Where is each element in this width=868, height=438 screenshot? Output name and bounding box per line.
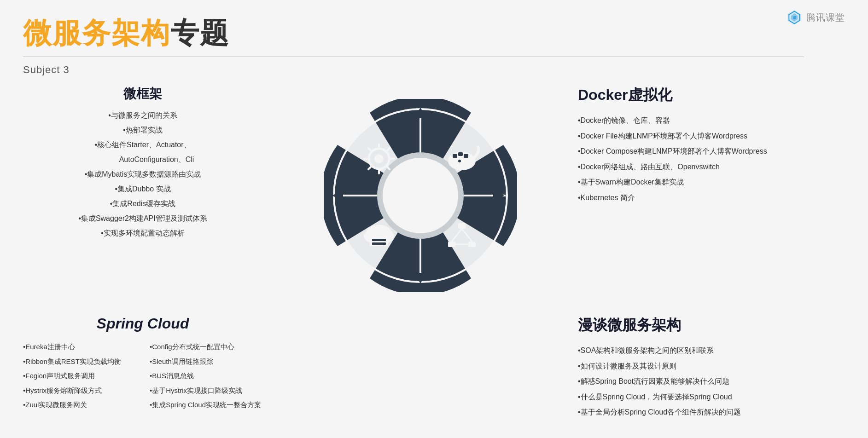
docker-item-0: •Docker的镜像、仓库、容器 [578, 113, 845, 128]
mf-item-0: •与微服务之间的关系 [23, 108, 262, 123]
sc-col1-item-2: •Fegion声明式服务调用 [23, 369, 136, 383]
casual-item-4: •基于全局分析Spring Cloud各个组件所解决的问题 [578, 404, 845, 420]
circle-diagram [324, 99, 517, 292]
docker-item-3: •Docker网络组成、路由互联、Openvswitch [578, 159, 845, 175]
mf-item-4: •集成Mybatis实现多数据源路由实战 [23, 167, 262, 182]
casual-items: •SOA架构和微服务架构之间的区别和联系 •如何设计微服务及其设计原则 •解惑S… [578, 343, 845, 420]
subtitle: Subject 3 [23, 64, 845, 76]
mf-item-2: •核心组件Starter、Actuator、 [23, 138, 262, 152]
mf-item-8: •实现多环境配置动态解析 [23, 226, 262, 241]
svg-rect-29 [458, 152, 463, 156]
casual-title: 漫谈微服务架构 [578, 315, 845, 335]
svg-text:课: 课 [793, 16, 797, 20]
sc-col2-item-0: •Config分布式统一配置中心 [150, 340, 262, 354]
page-container: 课 腾讯课堂 微服务架构 专题 Subject 3 微框架 •与微服务之间的关系… [0, 0, 868, 438]
sc-col1-item-3: •Hystrix服务熔断降级方式 [23, 383, 136, 398]
docker-title: Docker虚拟化 [578, 85, 845, 105]
svg-point-31 [458, 160, 461, 162]
spring-cloud-col1: •Eureka注册中心 •Ribbon集成REST实现负载均衡 •Fegion声… [23, 340, 136, 412]
svg-point-18 [374, 154, 384, 163]
docker-item-5: •Kubernetes 简介 [578, 190, 845, 206]
header-divider [23, 56, 804, 57]
mf-item-7: •集成Swagger2构建API管理及测试体系 [23, 211, 262, 226]
bottom-sections: Spring Cloud •Eureka注册中心 •Ribbon集成REST实现… [23, 315, 845, 420]
svg-rect-40 [468, 242, 476, 247]
sc-col2-item-2: •BUS消息总线 [150, 369, 262, 383]
mf-item-5: •集成Dubbo 实战 [23, 182, 262, 196]
casual-talk-section: 漫谈微服务架构 •SOA架构和微服务架构之间的区别和联系 •如何设计微服务及其设… [578, 315, 845, 420]
spring-cloud-title: Spring Cloud [23, 315, 262, 332]
svg-point-12 [385, 161, 455, 231]
micro-framework-items: •与微服务之间的关系 •热部署实战 •核心组件Starter、Actuator、… [23, 108, 262, 241]
sc-col1-item-4: •Zuul实现微服务网关 [23, 398, 136, 412]
svg-rect-37 [372, 242, 386, 245]
svg-rect-36 [372, 239, 386, 241]
sc-col2-item-3: •基于Hystrix实现接口降级实战 [150, 383, 262, 398]
title-black: 专题 [170, 14, 229, 52]
spring-cloud-col2: •Config分布式统一配置中心 •Sleuth调用链路跟踪 •BUS消息总线 … [150, 340, 262, 412]
casual-item-2: •解惑Spring Boot流行因素及能够解决什么问题 [578, 374, 845, 389]
docker-item-1: •Docker File构建LNMP环境部署个人博客Wordpress [578, 128, 845, 144]
circle-diagram-container [262, 81, 578, 311]
mf-item-3: AutoConfiguration、Cli [23, 152, 262, 167]
header: 微服务架构 专题 Subject 3 [23, 14, 845, 76]
svg-rect-38 [458, 223, 466, 229]
docker-items: •Docker的镜像、仓库、容器 •Docker File构建LNMP环境部署个… [578, 113, 845, 206]
title-line: 微服务架构 专题 [23, 14, 845, 52]
sc-col2-item-1: •Sleuth调用链路跟踪 [150, 354, 262, 369]
docker-item-4: •基于Swarn构建Docker集群实战 [578, 174, 845, 190]
title-orange: 微服务架构 [23, 14, 170, 52]
casual-item-0: •SOA架构和微服务架构之间的区别和联系 [578, 343, 845, 358]
logo-text: 腾讯课堂 [806, 12, 845, 24]
sc-col1-item-0: •Eureka注册中心 [23, 340, 136, 354]
mf-item-1: •热部署实战 [23, 123, 262, 138]
spring-cloud-cols: •Eureka注册中心 •Ribbon集成REST实现负载均衡 •Fegion声… [23, 340, 262, 412]
svg-rect-30 [464, 154, 468, 158]
tencent-logo-icon: 课 [786, 9, 803, 26]
sc-col1-item-1: •Ribbon集成REST实现负载均衡 [23, 354, 136, 369]
micro-framework-section: 微框架 •与微服务之间的关系 •热部署实战 •核心组件Starter、Actua… [23, 81, 262, 311]
micro-framework-title: 微框架 [23, 85, 262, 103]
mf-item-6: •集成Redis缓存实战 [23, 196, 262, 211]
circle-svg [324, 99, 517, 292]
casual-item-1: •如何设计微服务及其设计原则 [578, 358, 845, 374]
docker-section: Docker虚拟化 •Docker的镜像、仓库、容器 •Docker File构… [578, 81, 845, 311]
svg-rect-28 [453, 154, 457, 158]
logo-area: 课 腾讯课堂 [786, 9, 845, 26]
bottom-center-spacer [262, 315, 578, 420]
casual-item-3: •什么是Spring Cloud，为何要选择Spring Cloud [578, 389, 845, 405]
sc-col2-item-4: •集成Spring Cloud实现统一整合方案 [150, 398, 262, 412]
spring-cloud-section: Spring Cloud •Eureka注册中心 •Ribbon集成REST实现… [23, 315, 262, 420]
top-sections: 微框架 •与微服务之间的关系 •热部署实战 •核心组件Starter、Actua… [23, 81, 845, 311]
docker-item-2: •Docker Compose构建LNMP环境部署个人博客Wordpress [578, 144, 845, 159]
